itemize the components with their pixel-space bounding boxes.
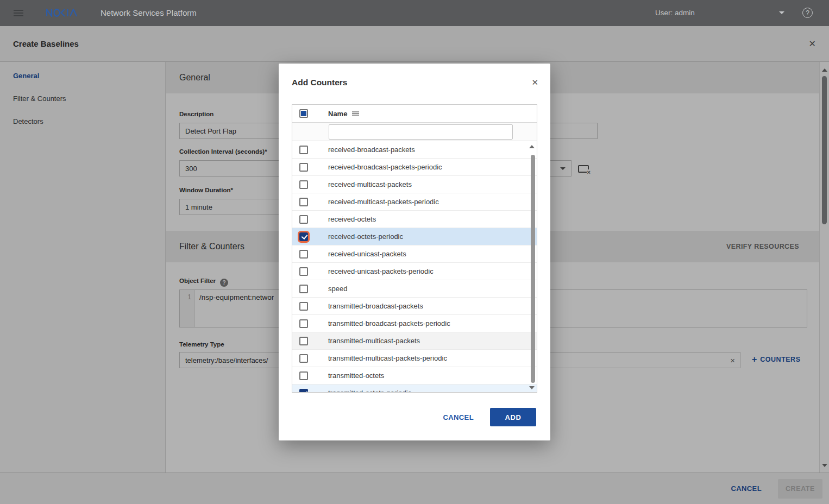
- counter-name: received-multicast-packets-periodic: [328, 198, 439, 206]
- counter-name: received-unicast-packets-periodic: [328, 267, 434, 275]
- counter-name: received-octets-periodic: [328, 232, 403, 241]
- counter-name: transmitted-octets: [328, 371, 384, 380]
- list-scroll-down-icon[interactable]: [529, 386, 535, 389]
- counter-checkbox[interactable]: [299, 232, 308, 241]
- dialog-footer: CANCEL ADD: [443, 407, 536, 427]
- help-icon[interactable]: ?: [802, 8, 813, 18]
- counter-checkbox[interactable]: [299, 267, 308, 276]
- counter-checkbox[interactable]: [299, 285, 308, 293]
- counter-row[interactable]: received-broadcast-packets-periodic: [292, 159, 537, 176]
- counter-row[interactable]: transmitted-multicast-packets: [292, 332, 537, 350]
- counter-name: speed: [328, 285, 347, 293]
- counter-row[interactable]: received-octets-periodic: [292, 228, 537, 245]
- menu-hamburger-icon[interactable]: [14, 10, 23, 16]
- counter-checkbox[interactable]: [299, 180, 308, 189]
- dialog-title: Add Counters: [292, 78, 347, 87]
- dialog-add-button[interactable]: ADD: [490, 408, 536, 426]
- counter-checkbox[interactable]: [299, 163, 308, 172]
- counter-name: transmitted-multicast-packets-periodic: [328, 354, 447, 362]
- product-title: Network Services Platform: [101, 8, 197, 17]
- counter-name: transmitted-broadcast-packets: [328, 302, 423, 310]
- topbar: Network Services Platform User: admin ?: [0, 0, 829, 26]
- nokia-logo: [46, 9, 80, 19]
- user-label: User: admin: [655, 9, 695, 17]
- sort-icon[interactable]: [352, 111, 359, 116]
- dialog-close-icon[interactable]: ✕: [531, 78, 538, 87]
- counter-checkbox[interactable]: [299, 250, 308, 259]
- counter-checkbox[interactable]: [299, 146, 308, 154]
- counter-list: received-broadcast-packets received-broa…: [292, 141, 537, 392]
- counter-checkbox[interactable]: [299, 354, 308, 363]
- name-filter-input[interactable]: [329, 124, 513, 140]
- counter-row[interactable]: transmitted-broadcast-packets-periodic: [292, 315, 537, 332]
- filter-row: [292, 123, 537, 141]
- counters-table: Name received-broadcast-packets received…: [292, 104, 537, 393]
- add-counters-dialog: Add Counters ✕ Name received-broadcast-p…: [279, 64, 550, 440]
- counter-name: received-octets: [328, 215, 376, 223]
- counter-row[interactable]: transmitted-broadcast-packets: [292, 298, 537, 315]
- counter-name: received-multicast-packets: [328, 180, 412, 188]
- counter-checkbox[interactable]: [299, 337, 308, 345]
- counter-checkbox[interactable]: [299, 215, 308, 224]
- counter-checkbox[interactable]: [299, 198, 308, 206]
- dialog-cancel-button[interactable]: CANCEL: [443, 413, 474, 421]
- select-all-checkbox[interactable]: [299, 109, 308, 118]
- counter-row[interactable]: received-multicast-packets-periodic: [292, 193, 537, 211]
- counter-name: transmitted-broadcast-packets-periodic: [328, 319, 450, 327]
- user-menu-caret-icon[interactable]: [779, 11, 784, 14]
- counter-name: transmitted-multicast-packets: [328, 337, 420, 345]
- counter-row[interactable]: received-multicast-packets: [292, 176, 537, 193]
- counter-row[interactable]: transmitted-octets: [292, 367, 537, 385]
- counter-row[interactable]: received-octets: [292, 211, 537, 228]
- list-scrollbar-thumb[interactable]: [531, 155, 535, 383]
- name-column-header: Name: [328, 110, 347, 118]
- counter-row[interactable]: transmitted-octets-periodic: [292, 385, 537, 392]
- counter-checkbox[interactable]: [299, 371, 308, 380]
- counter-checkbox[interactable]: [299, 302, 308, 311]
- counter-checkbox[interactable]: [299, 319, 308, 328]
- counter-row[interactable]: received-broadcast-packets: [292, 141, 537, 159]
- counter-row[interactable]: received-unicast-packets: [292, 245, 537, 263]
- counter-row[interactable]: received-unicast-packets-periodic: [292, 263, 537, 280]
- counter-name: received-unicast-packets: [328, 250, 406, 258]
- counter-name: transmitted-octets-periodic: [328, 389, 411, 392]
- list-scroll-up-icon[interactable]: [529, 145, 535, 148]
- counter-name: received-broadcast-packets-periodic: [328, 163, 442, 171]
- counter-checkbox[interactable]: [299, 389, 308, 393]
- counter-name: received-broadcast-packets: [328, 146, 415, 154]
- counter-row[interactable]: transmitted-multicast-packets-periodic: [292, 350, 537, 367]
- counter-row[interactable]: speed: [292, 280, 537, 298]
- counters-table-header: Name: [292, 105, 537, 123]
